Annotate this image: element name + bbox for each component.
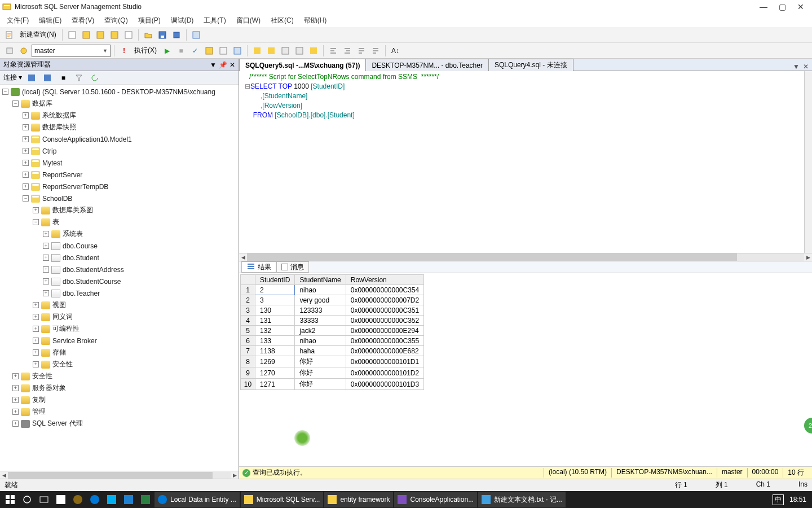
tree-replication[interactable]: 复制	[32, 395, 46, 405]
open-icon[interactable]	[142, 29, 155, 41]
tree-db[interactable]: ReportServerTempDB	[42, 183, 108, 191]
cell[interactable]: 你好	[295, 367, 346, 379]
minimize-button[interactable]: —	[760, 2, 767, 11]
tree-db[interactable]: ConsoleApplication10.Model1	[42, 135, 132, 143]
toggle-icon[interactable]: +	[12, 385, 19, 391]
toggle-icon[interactable]: +	[43, 243, 49, 249]
menu-help[interactable]: 帮助(H)	[302, 15, 329, 27]
menu-tools[interactable]: 工具(T)	[201, 15, 228, 27]
cell[interactable]: 0x000000000000C354	[346, 285, 423, 295]
toggle-icon[interactable]: +	[33, 314, 39, 320]
tree-tables[interactable]: 表	[52, 217, 59, 227]
cortana-icon[interactable]	[19, 492, 35, 507]
tree-programmability[interactable]: 可编程性	[52, 324, 80, 334]
grid-corner[interactable]	[241, 275, 255, 285]
cell[interactable]: 132	[255, 326, 295, 336]
row-number[interactable]: 9	[241, 367, 255, 379]
menu-query[interactable]: 查询(Q)	[102, 15, 130, 27]
menu-window[interactable]: 窗口(W)	[234, 15, 263, 27]
cell[interactable]: 3	[255, 295, 295, 305]
cell[interactable]: 0x00000000000101D3	[346, 379, 423, 390]
toggle-icon[interactable]: +	[33, 326, 39, 332]
cell[interactable]: 2	[255, 285, 295, 295]
toggle-icon[interactable]: +	[23, 148, 29, 154]
cell[interactable]: 0x00000000000101D1	[346, 356, 423, 367]
connect-button[interactable]: 连接 ▾	[3, 73, 22, 82]
grid-header[interactable]: StudentName	[295, 275, 346, 285]
cell[interactable]: 你好	[295, 356, 346, 367]
toggle-icon[interactable]: +	[33, 302, 39, 308]
cell[interactable]: 1138	[255, 346, 295, 356]
toggle-icon[interactable]: +	[43, 290, 49, 296]
tb-icon-4[interactable]	[108, 29, 121, 41]
cell[interactable]: 1271	[255, 379, 295, 390]
taskbar-item[interactable]: entity framework	[324, 492, 393, 507]
row-number[interactable]: 5	[241, 326, 255, 336]
menu-project[interactable]: 项目(P)	[136, 15, 163, 27]
menu-view[interactable]: 查看(V)	[69, 15, 96, 27]
toggle-icon[interactable]: +	[33, 361, 39, 367]
row-number[interactable]: 4	[241, 316, 255, 326]
tree-synonyms[interactable]: 同义词	[52, 312, 73, 322]
tree-agent[interactable]: SQL Server 代理	[32, 419, 83, 428]
tree-views[interactable]: 视图	[52, 300, 66, 310]
tb2-icon-2[interactable]	[17, 45, 30, 57]
cell[interactable]: 你好	[295, 379, 346, 390]
tb2-icon-11[interactable]: A↕	[389, 45, 401, 57]
comment-icon[interactable]	[355, 45, 368, 57]
tb2-icon-10[interactable]	[307, 45, 320, 57]
toggle-icon[interactable]: +	[33, 349, 39, 356]
tree-servicebroker[interactable]: Service Broker	[52, 337, 97, 345]
toggle-icon[interactable]: +	[23, 160, 29, 166]
execute-button[interactable]: 执行(X)	[132, 46, 159, 55]
tree-db[interactable]: Mytest	[42, 159, 62, 167]
editor-vscroll[interactable]	[804, 71, 812, 253]
tb2-icon-3[interactable]	[203, 45, 215, 57]
database-combo[interactable]: master ▼	[32, 45, 111, 57]
tree-management[interactable]: 管理	[32, 407, 46, 417]
cell[interactable]: 1270	[255, 367, 295, 379]
indent-left-icon[interactable]	[327, 45, 339, 57]
toggle-icon[interactable]: +	[12, 409, 19, 415]
tab-close-icon[interactable]: ✕	[803, 63, 809, 71]
tb2-icon-7[interactable]	[265, 45, 277, 57]
menu-debug[interactable]: 调试(D)	[169, 15, 196, 27]
cell[interactable]: 0x00000000000007D2	[346, 295, 423, 305]
tb-icon-5[interactable]	[122, 29, 135, 41]
tree-security[interactable]: 安全性	[32, 371, 52, 381]
results-tab[interactable]: 结果	[241, 261, 276, 273]
tb-icon-3[interactable]	[94, 29, 107, 41]
oe-icon-2[interactable]	[41, 72, 54, 84]
row-number[interactable]: 2	[241, 295, 255, 305]
tree-serverobjects[interactable]: 服务器对象	[32, 383, 66, 393]
toggle-icon[interactable]: +	[43, 255, 49, 261]
taskbar-item[interactable]: Microsoft SQL Serv...	[241, 492, 324, 507]
clock[interactable]: 18:51	[789, 496, 806, 503]
maximize-button[interactable]: ▢	[779, 2, 786, 11]
cell[interactable]: 1269	[255, 356, 295, 367]
doc-tab-3[interactable]: SQLQuery4.sql - 未连接	[488, 59, 573, 71]
toggle-icon[interactable]: +	[43, 278, 49, 284]
editor-hscroll[interactable]: ◀▶	[239, 253, 812, 261]
oe-icon-1[interactable]	[25, 72, 38, 84]
tab-dropdown-icon[interactable]: ▼	[793, 63, 800, 71]
tb2-icon-5[interactable]	[231, 45, 244, 57]
tb-app-4[interactable]	[104, 492, 120, 507]
parse-icon[interactable]: ✓	[189, 45, 201, 57]
toggle-icon[interactable]: +	[23, 124, 29, 130]
indent-right-icon[interactable]	[341, 45, 354, 57]
cell[interactable]: haha	[295, 346, 346, 356]
tree-table[interactable]: dbo.StudentCourse	[63, 278, 121, 286]
new-query-icon[interactable]	[3, 29, 16, 41]
cell[interactable]: 0x000000000000C352	[346, 316, 423, 326]
tree-db[interactable]: ReportServer	[42, 171, 82, 179]
row-number[interactable]: 1	[241, 285, 255, 295]
tree-table[interactable]: dbo.Student	[63, 254, 99, 262]
toggle-icon[interactable]: +	[12, 397, 19, 403]
menu-edit[interactable]: 编辑(E)	[37, 15, 64, 27]
cell[interactable]: 133	[255, 336, 295, 346]
sql-editor[interactable]: /****** Script for SelectTopNRows comman…	[239, 71, 812, 253]
row-number[interactable]: 7	[241, 346, 255, 356]
cell[interactable]: 0x000000000000E294	[346, 326, 423, 336]
tree-databases[interactable]: 数据库	[32, 99, 52, 108]
